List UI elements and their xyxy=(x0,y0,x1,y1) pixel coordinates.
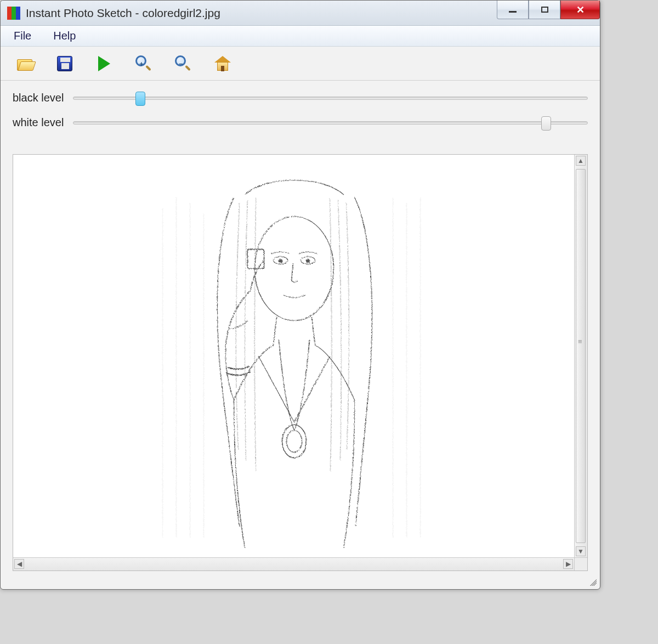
maximize-button[interactable] xyxy=(529,1,560,19)
scroll-right-button[interactable]: ▶ xyxy=(563,559,573,569)
svg-point-4 xyxy=(306,259,309,262)
svg-point-0 xyxy=(254,216,333,320)
vertical-scroll-thumb[interactable] xyxy=(576,169,586,543)
white-level-thumb[interactable] xyxy=(541,116,551,131)
svg-point-3 xyxy=(279,259,282,262)
minimize-icon xyxy=(509,11,517,13)
save-file-button[interactable] xyxy=(55,54,74,73)
scroll-up-button[interactable]: ▲ xyxy=(576,156,586,166)
window-title: Instant Photo Sketch - coloredgirl2.jpg xyxy=(26,7,220,20)
minimize-button[interactable] xyxy=(497,1,529,19)
white-level-slider[interactable] xyxy=(73,121,588,125)
white-level-row: white level xyxy=(13,116,588,129)
scrollbar-corner xyxy=(574,557,587,570)
svg-rect-7 xyxy=(247,249,264,268)
zoom-in-icon: + xyxy=(135,55,152,72)
zoom-out-button[interactable]: − xyxy=(174,54,192,73)
sliders-panel: black level white level xyxy=(1,81,600,145)
save-icon xyxy=(57,56,72,71)
close-button[interactable] xyxy=(560,1,600,19)
scroll-left-button[interactable]: ◀ xyxy=(14,559,24,569)
open-file-button[interactable] xyxy=(16,54,35,73)
toolbar: + − xyxy=(1,47,600,81)
resize-grip[interactable] xyxy=(588,577,597,586)
sketch-image xyxy=(151,164,436,548)
menu-help[interactable]: Help xyxy=(50,27,79,44)
zoom-in-button[interactable]: + xyxy=(134,54,153,73)
black-level-thumb[interactable] xyxy=(135,92,145,106)
vertical-scrollbar[interactable]: ▲ ▼ xyxy=(574,155,587,557)
home-button[interactable] xyxy=(213,54,232,73)
svg-point-6 xyxy=(286,430,302,452)
canvas-area: ▲ ▼ ◀ ▶ xyxy=(13,154,588,571)
close-icon xyxy=(576,4,585,16)
black-level-label: black level xyxy=(13,92,73,104)
white-level-label: white level xyxy=(13,116,73,129)
app-icon xyxy=(7,7,20,20)
black-level-row: black level xyxy=(13,92,588,104)
window-controls xyxy=(497,1,600,19)
menu-file[interactable]: File xyxy=(10,27,35,44)
zoom-out-icon: − xyxy=(175,55,191,72)
app-window: Instant Photo Sketch - coloredgirl2.jpg … xyxy=(0,0,600,590)
horizontal-scrollbar[interactable]: ◀ ▶ xyxy=(13,557,574,570)
play-icon xyxy=(98,56,110,71)
folder-open-icon xyxy=(17,58,33,70)
titlebar[interactable]: Instant Photo Sketch - coloredgirl2.jpg xyxy=(1,1,600,26)
image-canvas[interactable] xyxy=(13,155,574,557)
black-level-slider[interactable] xyxy=(73,97,588,100)
home-icon xyxy=(214,56,231,71)
menubar: File Help xyxy=(1,26,600,47)
scroll-down-button[interactable]: ▼ xyxy=(576,546,586,556)
run-button[interactable] xyxy=(95,54,114,73)
maximize-icon xyxy=(541,7,548,13)
